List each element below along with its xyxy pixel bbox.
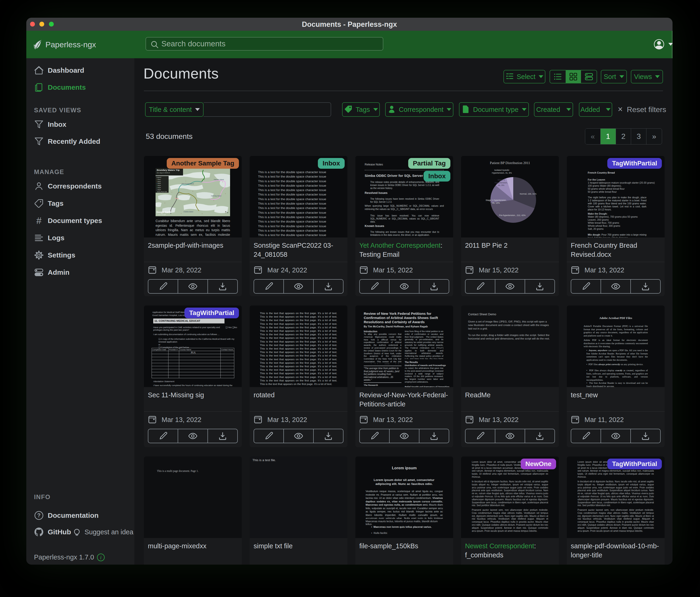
- svg-text:New Found Island: New Found Island: [182, 183, 194, 185]
- svg-text:Contact Hours: Contact Hours: [221, 349, 233, 351]
- svg-text:N\A: N\A: [191, 351, 195, 354]
- svg-text:Completion Date: Completion Date: [152, 349, 166, 351]
- svg-text:Course Name: Course Name: [180, 349, 192, 351]
- svg-text:?: ?: [37, 512, 41, 519]
- svg-text:Hausers Island: Hausers Island: [214, 179, 224, 181]
- svg-text:i: i: [100, 555, 102, 560]
- svg-text:Half Day Island: Half Day Island: [211, 195, 221, 197]
- svg-text:Charles Island: Charles Island: [183, 211, 193, 213]
- svg-text:Provider #: Provider #: [169, 349, 178, 351]
